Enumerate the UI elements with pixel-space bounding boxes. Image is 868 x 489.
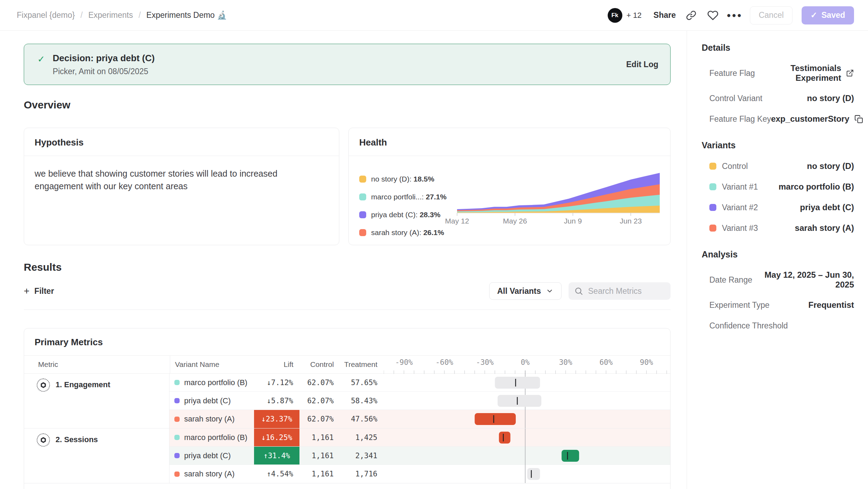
copy-icon[interactable]: [854, 115, 863, 123]
health-chart-svg: May 12May 26Jun 9Jun 23: [457, 170, 663, 225]
variant-swatch: [174, 472, 180, 477]
confidence-threshold-label: Confidence Threshold: [709, 321, 788, 331]
legend-label: marco portfoli...: 27.1%: [371, 193, 447, 201]
variant-name-cell: sarah story (A): [169, 410, 254, 428]
search-metrics-box: [569, 282, 671, 300]
column-header-metric: Metric: [24, 356, 170, 373]
ci-chart-cell: [384, 428, 670, 446]
lift-cell: ↓7.12%: [254, 374, 299, 391]
more-options-button[interactable]: ●●●: [728, 9, 741, 22]
variant-value-text: sarah story (A): [795, 223, 854, 233]
metric-name: 2. Sessions: [56, 433, 98, 444]
ci-bar-svg: [384, 428, 670, 447]
ci-chart-cell: [384, 374, 670, 391]
column-header-lift: Lift: [254, 356, 300, 373]
collaborators-count[interactable]: + 12: [627, 11, 642, 20]
search-icon: [574, 286, 583, 296]
ci-chart-cell: [384, 447, 670, 465]
health-title: Health: [359, 137, 387, 148]
table-row[interactable]: sarah story (A)↑4.54%1,1611,716: [169, 465, 670, 483]
edit-log-button[interactable]: Edit Log: [626, 60, 658, 69]
control-variant-row: Control Variant no story (D): [702, 93, 854, 104]
variant-name-cell: marco portfolio (B): [169, 374, 254, 391]
ci-chart-cell: [384, 465, 670, 483]
variant-label-wrap: Control: [709, 162, 748, 171]
variant-name-cell: sarah story (A): [169, 465, 254, 483]
treatment-value: 57.65%: [351, 378, 377, 387]
table-row[interactable]: priya debt (C)↓5.87%62.07%58.43%: [169, 392, 670, 410]
treatment-cell: 1,425: [340, 428, 384, 446]
control-cell: 1,161: [299, 428, 340, 446]
variant-name: marco portfolio (B): [184, 433, 247, 442]
favorite-button[interactable]: [707, 9, 719, 22]
variant-name-cell: marco portfolio (B): [169, 428, 254, 446]
legend-swatch: [359, 211, 366, 218]
column-header-treatment: Treatment: [340, 356, 384, 373]
breadcrumb-current-page: Experiments Demo 🔬: [146, 10, 227, 20]
decision-title: Decision: priya debt (C): [53, 53, 155, 64]
feature-flag-key-row: Feature Flag Key exp_customerStory: [702, 114, 854, 124]
feature-flag-value[interactable]: Testimonials Experiment: [755, 63, 841, 83]
metric-name: 1. Engagement: [56, 378, 110, 389]
svg-text:Jun 23: Jun 23: [620, 217, 642, 225]
control-cell: 1,161: [299, 447, 340, 465]
copy-link-icon[interactable]: [685, 9, 697, 22]
feature-flag-label: Feature Flag: [709, 69, 755, 78]
variant-swatch: [174, 453, 180, 458]
add-metric-button[interactable]: + Add: [24, 483, 670, 489]
table-row[interactable]: marco portfolio (B)↓16.25%1,1611,425: [169, 428, 670, 447]
target-icon: [37, 433, 50, 447]
breadcrumb-project[interactable]: Fixpanel {demo}: [17, 10, 75, 20]
variant-row: Controlno story (D): [702, 161, 854, 171]
control-cell: 62.07%: [299, 410, 340, 428]
table-row[interactable]: sarah story (A)↓23.37%62.07%47.56%: [169, 410, 670, 428]
share-button[interactable]: Share: [653, 10, 676, 20]
metric-group: 2. Sessionsmarco portfolio (B)↓16.25%1,1…: [24, 428, 670, 483]
variant-name-cell: priya debt (C): [169, 447, 254, 465]
variant-row: Variant #2priya debt (C): [702, 202, 854, 213]
variant-name: marco portfolio (B): [184, 378, 247, 387]
variant-swatch: [709, 225, 716, 232]
health-legend: no story (D): 18.5%marco portfoli...: 27…: [359, 166, 457, 246]
primary-metrics-card: Primary Metrics Metric Variant Name Lift…: [24, 328, 671, 489]
variant-label-wrap: Variant #1: [709, 182, 758, 192]
svg-text:May 26: May 26: [503, 217, 527, 225]
cancel-button[interactable]: Cancel: [750, 6, 793, 24]
saved-button[interactable]: ✓ Saved: [802, 6, 854, 24]
variant-value-text: no story (D): [807, 161, 854, 171]
breadcrumb: Fixpanel {demo} / Experiments / Experime…: [17, 10, 227, 20]
add-filter-button[interactable]: + Filter: [24, 283, 54, 299]
lift-cell: ↓23.37%: [254, 410, 299, 428]
metric-cell[interactable]: 2. Sessions: [24, 428, 169, 483]
experiment-type-label: Experiment Type: [709, 300, 769, 310]
external-link-icon[interactable]: [846, 69, 854, 78]
treatment-value: 1,716: [355, 470, 377, 478]
column-header-variant: Variant Name: [170, 356, 254, 373]
link-icon: [686, 10, 696, 21]
treatment-value: 58.43%: [351, 397, 377, 405]
search-metrics-input[interactable]: [588, 286, 658, 296]
treatment-cell: 57.65%: [340, 374, 384, 391]
svg-text:0%: 0%: [521, 358, 530, 367]
table-row[interactable]: marco portfolio (B)↓7.12%62.07%57.65%: [169, 374, 670, 392]
health-area-chart: May 12May 26Jun 9Jun 23: [457, 166, 663, 246]
variant-value: sarah story (A): [795, 223, 854, 233]
metric-cell[interactable]: 1. Engagement: [24, 374, 169, 428]
feature-flag-row: Feature Flag Testimonials Experiment: [702, 63, 854, 83]
date-range-label: Date Range: [709, 275, 752, 285]
breadcrumb-experiments[interactable]: Experiments: [88, 10, 133, 20]
control-variant-label: Control Variant: [709, 94, 762, 103]
avatar[interactable]: Fk: [608, 8, 622, 23]
variant-swatch: [174, 435, 180, 440]
legend-label: priya debt (C): 28.3%: [371, 211, 440, 219]
check-icon: ✓: [810, 10, 817, 20]
control-value: 1,161: [312, 470, 334, 478]
health-legend-item: priya debt (C): 28.3%: [359, 211, 457, 219]
hypothesis-card: Hypothesis we believe that showing custo…: [24, 128, 339, 245]
control-value: 62.07%: [307, 397, 334, 405]
lift-axis-svg: -90%-60%-30%0%30%60%90%: [384, 356, 670, 374]
variant-value-text: priya debt (C): [800, 203, 854, 212]
lift-badge: ↓23.37%: [254, 410, 299, 428]
table-row[interactable]: priya debt (C)↑31.4%1,1612,341: [169, 447, 670, 465]
variant-filter-dropdown[interactable]: All Variants: [489, 282, 562, 300]
